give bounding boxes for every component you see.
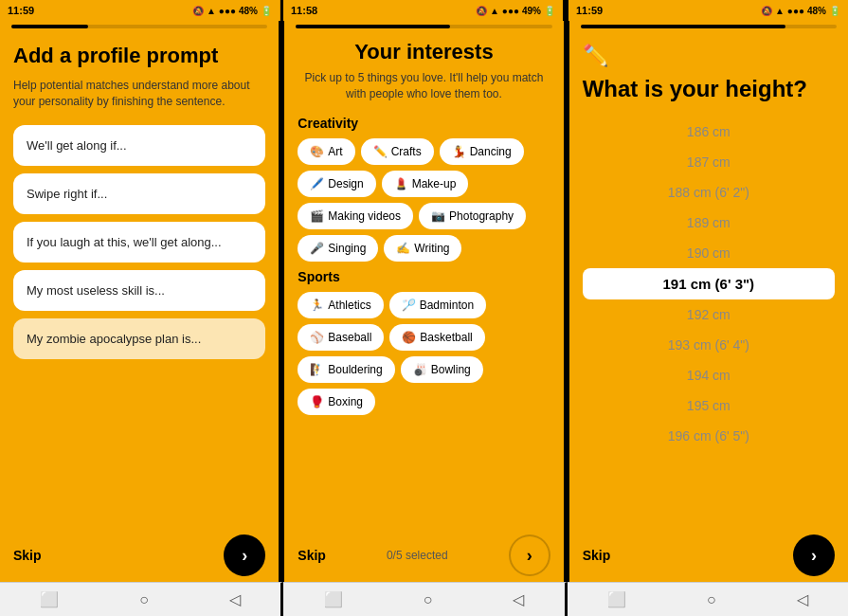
next-button-screen2[interactable]: › <box>509 534 550 576</box>
bottom-bar-screen3: Skip › <box>569 527 848 582</box>
nav-bar-screen1: ⬜ ○ ◁ <box>0 582 283 616</box>
height-list: 186 cm 187 cm 188 cm (6' 2") 189 cm 190 … <box>583 117 835 451</box>
tag-boxing[interactable]: 🥊Boxing <box>298 389 375 415</box>
nav-bar-screen2: ⬜ ○ ◁ <box>283 582 567 616</box>
height-item-186[interactable]: 186 cm <box>583 117 835 147</box>
nav-back-icon-2[interactable]: ◁ <box>513 590 524 608</box>
category-creativity: Creativity <box>298 116 550 131</box>
nav-square-icon-3[interactable]: ⬜ <box>607 590 626 608</box>
tag-bowling[interactable]: 🎳Bowling <box>401 356 483 383</box>
height-item-192[interactable]: 192 cm <box>583 299 835 330</box>
tag-art[interactable]: 🎨Art <box>298 138 354 165</box>
tag-baseball[interactable]: ⚾Baseball <box>298 324 384 351</box>
screen-profile-prompt: Add a profile prompt Help potential matc… <box>0 21 281 582</box>
skip-button-screen1[interactable]: Skip <box>13 548 42 563</box>
next-button-screen3[interactable]: › <box>793 534 835 576</box>
nav-bars: ⬜ ○ ◁ ⬜ ○ ◁ ⬜ ○ ◁ <box>0 582 848 616</box>
creativity-tags-row4: 🎤Singing ✍️Writing <box>298 235 550 262</box>
tag-photography[interactable]: 📷Photography <box>419 203 526 229</box>
screen-height: ✏️ What is your height? 186 cm 187 cm 18… <box>567 21 848 582</box>
nav-back-icon-3[interactable]: ◁ <box>797 590 808 608</box>
sports-tags-row1: 🏃Athletics 🏸Badminton <box>298 292 550 318</box>
prompt-card-0[interactable]: We'll get along if... <box>13 125 265 166</box>
prompt-card-1[interactable]: Swipe right if... <box>13 173 265 214</box>
prompt-card-2[interactable]: If you laugh at this, we'll get along... <box>13 222 265 263</box>
nav-square-icon-2[interactable]: ⬜ <box>324 590 343 608</box>
status-icons-screen1: 🔕 ▲ ●●● 48% 🔋 <box>192 6 272 16</box>
status-bar-screen1: 11:59 🔕 ▲ ●●● 48% 🔋 <box>0 0 280 21</box>
chevron-right-icon-screen3: › <box>811 546 817 566</box>
next-button-screen1[interactable]: › <box>224 534 265 576</box>
category-sports: Sports <box>298 269 550 284</box>
tag-athletics[interactable]: 🏃Athletics <box>298 292 383 318</box>
status-icons-screen2: 🔕 ▲ ●●● 49% 🔋 <box>476 6 555 16</box>
tag-writing[interactable]: ✍️Writing <box>384 235 461 262</box>
nav-back-icon-1[interactable]: ◁ <box>229 590 241 608</box>
pencil-icon: ✏️ <box>583 44 835 68</box>
height-item-196[interactable]: 196 cm (6' 5") <box>583 421 835 451</box>
sports-tags-row2: ⚾Baseball 🏀Basketball <box>298 324 550 351</box>
prompt-card-4[interactable]: My zombie apocalypse plan is... <box>13 318 265 359</box>
tag-bouldering[interactable]: 🧗Bouldering <box>298 356 394 383</box>
time-screen2: 11:58 <box>291 5 317 16</box>
prompt-subtitle: Help potential matches understand more a… <box>13 78 265 110</box>
tag-makeup[interactable]: 💄Make-up <box>382 171 469 197</box>
height-item-187[interactable]: 187 cm <box>583 147 835 177</box>
height-item-193[interactable]: 193 cm (6' 4") <box>583 330 835 360</box>
screen-interests: Your interests Pick up to 5 things you l… <box>281 21 566 582</box>
tag-badminton[interactable]: 🏸Badminton <box>389 292 486 318</box>
creativity-tags-row2: 🖊️Design 💄Make-up <box>298 171 550 197</box>
nav-bar-screen3: ⬜ ○ ◁ <box>568 582 848 616</box>
time-screen3: 11:59 <box>576 5 603 16</box>
tag-basketball[interactable]: 🏀Basketball <box>389 324 484 351</box>
height-item-191[interactable]: 191 cm (6' 3") <box>583 268 835 299</box>
height-item-189[interactable]: 189 cm <box>583 208 835 238</box>
interests-subtitle: Pick up to 5 things you love. It'll help… <box>298 70 550 102</box>
chevron-right-icon-screen2: › <box>527 546 532 566</box>
time-screen1: 11:59 <box>8 5 34 16</box>
prompt-title: Add a profile prompt <box>13 44 265 68</box>
bottom-bar-screen2: Skip 0/5 selected › <box>284 527 563 582</box>
creativity-tags-row3: 🎬Making videos 📷Photography <box>298 203 550 229</box>
nav-circle-icon-3[interactable]: ○ <box>707 591 716 608</box>
sports-tags-row3: 🧗Bouldering 🎳Bowling 🥊Boxing <box>298 356 550 415</box>
tag-making-videos[interactable]: 🎬Making videos <box>298 203 413 229</box>
creativity-tags-row1: 🎨Art ✏️Crafts 💃Dancing <box>298 138 550 165</box>
chevron-right-icon-screen1: › <box>242 546 247 566</box>
bottom-bar-screen1: Skip › <box>0 527 279 582</box>
interests-title: Your interests <box>298 40 550 64</box>
nav-circle-icon-2[interactable]: ○ <box>424 591 433 608</box>
status-bar-screen3: 11:59 🔕 ▲ ●●● 48% 🔋 <box>566 0 848 21</box>
height-item-188[interactable]: 188 cm (6' 2") <box>583 177 835 208</box>
height-item-195[interactable]: 195 cm <box>583 390 835 421</box>
selected-count: 0/5 selected <box>387 549 448 562</box>
status-icons-screen3: 🔕 ▲ ●●● 48% 🔋 <box>761 6 840 16</box>
skip-button-screen2[interactable]: Skip <box>298 548 326 563</box>
tag-singing[interactable]: 🎤Singing <box>298 235 378 262</box>
height-item-194[interactable]: 194 cm <box>583 360 835 390</box>
tag-crafts[interactable]: ✏️Crafts <box>361 138 434 165</box>
nav-circle-icon-1[interactable]: ○ <box>139 591 149 608</box>
skip-button-screen3[interactable]: Skip <box>583 548 611 563</box>
tag-dancing[interactable]: 💃Dancing <box>440 138 524 165</box>
status-bar-screen2: 11:58 🔕 ▲ ●●● 49% 🔋 <box>280 0 566 21</box>
tag-design[interactable]: 🖊️Design <box>298 171 375 197</box>
nav-square-icon-1[interactable]: ⬜ <box>40 590 59 608</box>
prompt-card-3[interactable]: My most useless skill is... <box>13 270 265 311</box>
height-title: What is your height? <box>583 76 835 103</box>
height-item-190[interactable]: 190 cm <box>583 238 835 268</box>
